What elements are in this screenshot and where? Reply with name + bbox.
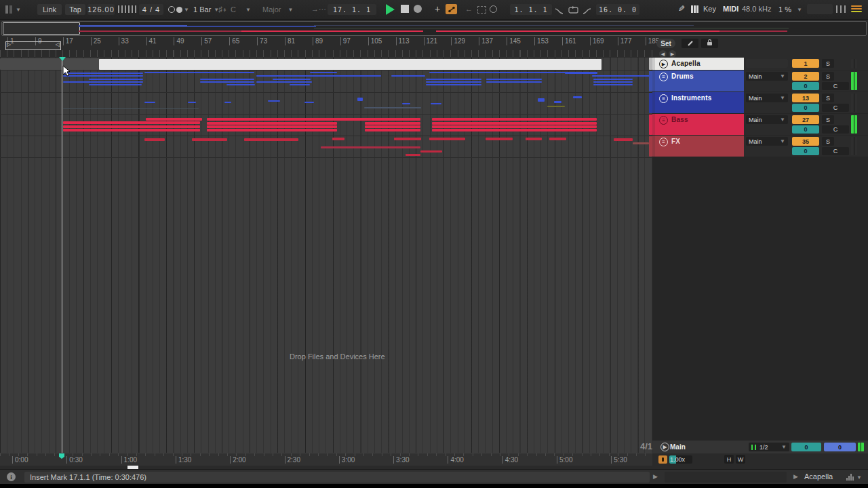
- track-group-icon[interactable]: ≡: [659, 138, 668, 146]
- clip-segment[interactable]: [63, 129, 200, 131]
- prev-locator-button[interactable]: ◀: [659, 50, 667, 58]
- clip-segment[interactable]: [426, 79, 481, 80]
- clip-segment[interactable]: [573, 96, 582, 98]
- nudge-up-button[interactable]: [128, 5, 138, 13]
- view-selector-icon[interactable]: ▼: [5, 5, 26, 14]
- clip-segment[interactable]: [420, 150, 442, 152]
- mini-meter-icon[interactable]: ▼: [846, 474, 862, 481]
- punch-out-button[interactable]: [583, 5, 591, 18]
- track-number-badge[interactable]: 35: [792, 137, 819, 146]
- clip-segment[interactable]: [391, 75, 425, 77]
- clip-segment[interactable]: [406, 154, 420, 156]
- punch-in-button[interactable]: [555, 5, 564, 18]
- clip-segment[interactable]: [268, 100, 280, 102]
- clip-segment[interactable]: [565, 73, 597, 74]
- clip-segment[interactable]: [63, 121, 200, 124]
- clip-segment[interactable]: [207, 122, 337, 125]
- track-group-icon[interactable]: ≡: [659, 94, 668, 103]
- clip-segment[interactable]: [364, 107, 421, 108]
- main-quantize-menu[interactable]: 1/2 ▼: [749, 443, 789, 451]
- clip-segment[interactable]: [394, 138, 421, 140]
- clip-segment[interactable]: [226, 84, 255, 85]
- key-root-menu[interactable]: C ▼: [231, 4, 251, 15]
- loop-button[interactable]: [568, 5, 579, 17]
- clip-segment[interactable]: [365, 129, 420, 131]
- monitor-value-box[interactable]: 0: [792, 147, 819, 155]
- info-icon[interactable]: i: [7, 472, 16, 481]
- key-map-button[interactable]: Key: [703, 5, 716, 13]
- clip-segment[interactable]: [614, 138, 633, 141]
- clip-segment[interactable]: [554, 101, 561, 103]
- main-pan-box[interactable]: 0: [824, 443, 856, 451]
- metronome-button[interactable]: ▼: [168, 6, 189, 13]
- track-routing-menu[interactable]: Main▼: [746, 137, 788, 146]
- track-routing-menu[interactable]: Main▼: [746, 72, 788, 81]
- back-to-arrangement-button[interactable]: ←: [465, 5, 473, 13]
- solo-button[interactable]: S: [822, 115, 834, 124]
- status-play-icon[interactable]: ▶: [793, 473, 798, 480]
- clip-segment[interactable]: [273, 79, 311, 80]
- crossfade-button[interactable]: C: [822, 125, 849, 134]
- nudge-down-button[interactable]: [118, 5, 127, 13]
- midi-map-button[interactable]: MIDI: [723, 5, 738, 13]
- clip-segment[interactable]: [633, 142, 649, 144]
- clip-segment[interactable]: [144, 72, 254, 73]
- draw-mode-button[interactable]: ✎: [678, 4, 685, 14]
- time-ruler[interactable]: 0:000:301:001:302:002:303:003:304:004:30…: [0, 453, 652, 466]
- clip-segment[interactable]: [592, 75, 652, 77]
- track-title-block[interactable]: ≡FX: [655, 136, 744, 157]
- clip-segment[interactable]: [304, 102, 314, 103]
- loop-length-field[interactable]: 16. 0. 0: [596, 4, 639, 15]
- track-number-badge[interactable]: 1: [792, 59, 819, 68]
- track-play-icon[interactable]: ▶: [659, 60, 668, 68]
- clip-segment[interactable]: [429, 138, 465, 140]
- clip-segment[interactable]: [0, 58, 99, 70]
- clip-segment[interactable]: [99, 59, 601, 70]
- tempo-field[interactable]: 126.00: [87, 4, 115, 15]
- track-title-block[interactable]: ≡Bass: [655, 114, 744, 135]
- beat-time-ruler[interactable]: 1917253341495765738189971051131211291371…: [0, 36, 868, 58]
- clip-segment[interactable]: [526, 138, 542, 140]
- track-title-block[interactable]: ≡Drums: [655, 70, 744, 92]
- zoom-speaker-icon[interactable]: [658, 455, 667, 464]
- clip-segment[interactable]: [332, 138, 344, 140]
- quantize-menu[interactable]: 1 Bar ▼: [193, 4, 219, 15]
- clip-segment[interactable]: [63, 73, 143, 74]
- main-track-row[interactable]: ▶ Main 1/2 ▼ 0 0: [652, 441, 868, 453]
- clip-segment[interactable]: [432, 118, 597, 121]
- automation-arm-button[interactable]: [446, 4, 457, 14]
- clip-segment[interactable]: [244, 138, 298, 141]
- clip-segment[interactable]: [224, 102, 231, 103]
- stop-button[interactable]: [401, 5, 409, 13]
- track-header-acapella[interactable]: ▶Acapella1S: [652, 58, 868, 70]
- clip-segment[interactable]: [256, 81, 312, 83]
- midi-io-indicator-icon[interactable]: [851, 5, 862, 12]
- computer-midi-keyboard-button[interactable]: [690, 5, 699, 13]
- clip-segment[interactable]: [200, 79, 254, 80]
- clip-segment[interactable]: [402, 103, 410, 104]
- insert-marker-icon[interactable]: [59, 57, 66, 61]
- track-header-drums[interactable]: ≡DrumsMain▼2S0C: [652, 70, 868, 92]
- loop-brace[interactable]: ▷ ◁: [5, 41, 61, 50]
- track-number-badge[interactable]: 27: [792, 115, 819, 124]
- add-tracks-button[interactable]: +: [435, 3, 440, 14]
- clip-segment[interactable]: [290, 84, 310, 85]
- clip-segment[interactable]: [321, 146, 420, 148]
- selection-box-icon[interactable]: [477, 6, 486, 14]
- loop-end-marker-icon[interactable]: ◁: [56, 41, 60, 47]
- clip-segment[interactable]: [549, 138, 566, 140]
- track-header-fx[interactable]: ≡FXMain▼35S0C: [652, 136, 868, 157]
- clip-segment[interactable]: [200, 81, 254, 83]
- solo-button[interactable]: S: [822, 72, 834, 81]
- clip-segment[interactable]: [144, 138, 165, 141]
- clip-segment[interactable]: [593, 81, 633, 83]
- clip-segment[interactable]: [432, 125, 597, 128]
- clip-segment[interactable]: [63, 125, 200, 128]
- fold-width-button[interactable]: W: [736, 455, 745, 464]
- clip-segment[interactable]: [538, 98, 545, 102]
- clip-segment[interactable]: [426, 81, 481, 83]
- clip-segment[interactable]: [432, 122, 597, 125]
- clip-segment[interactable]: [207, 125, 337, 128]
- arrangement-overview[interactable]: [1, 21, 867, 36]
- track-routing-menu[interactable]: Main▼: [746, 94, 788, 102]
